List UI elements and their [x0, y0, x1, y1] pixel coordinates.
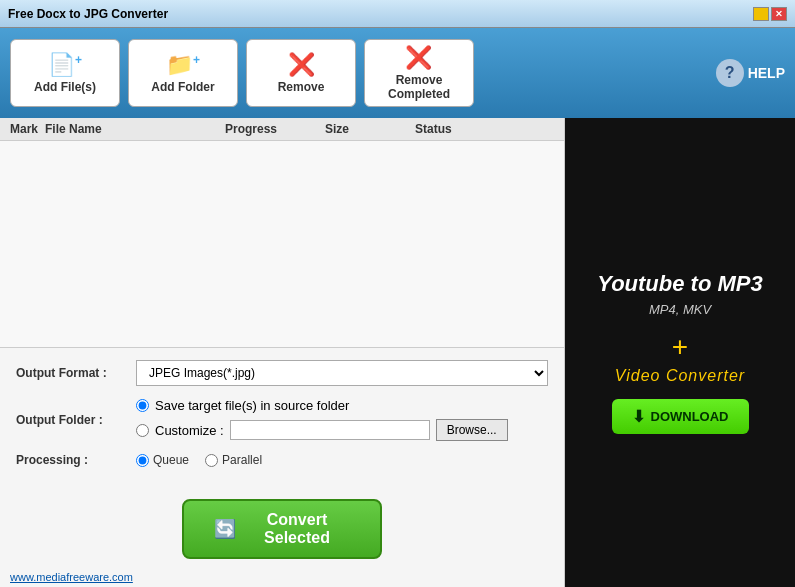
help-button[interactable]: ? HELP [716, 59, 785, 87]
app-title: Free Docx to JPG Converter [8, 7, 168, 21]
customize-label: Customize : [155, 423, 224, 438]
col-progress-header: Progress [225, 122, 325, 136]
save-in-source-label: Save target file(s) in source folder [155, 398, 349, 413]
customize-input[interactable] [230, 420, 430, 440]
ad-panel: Youtube to MP3 MP4, MKV + Video Converte… [565, 118, 795, 587]
queue-label: Queue [153, 453, 189, 467]
parallel-group: Parallel [205, 453, 262, 467]
customize-radio[interactable] [136, 424, 149, 437]
processing-row: Processing : Queue Parallel [16, 453, 548, 467]
close-button[interactable]: ✕ [771, 7, 787, 21]
window-controls: ✕ [753, 7, 787, 21]
output-folder-row: Output Folder : Save target file(s) in s… [16, 398, 548, 441]
title-bar: Free Docx to JPG Converter ✕ [0, 0, 795, 28]
settings-panel: Output Format : JPEG Images(*.jpg) Outpu… [0, 348, 564, 587]
remove-completed-icon: ❌ [405, 45, 432, 71]
file-list-body [0, 141, 564, 348]
col-size-header: Size [325, 122, 415, 136]
toolbar: 📄+ Add File(s) 📁+ Add Folder ❌ Remove ❌ … [0, 28, 795, 118]
ad-title: Youtube to MP3 [597, 271, 762, 297]
remove-button[interactable]: ❌ Remove [246, 39, 356, 107]
file-list-header: Mark File Name Progress Size Status [0, 118, 564, 141]
browse-button[interactable]: Browse... [436, 419, 508, 441]
minimize-button[interactable] [753, 7, 769, 21]
remove-completed-label: RemoveCompleted [388, 73, 450, 102]
download-label: DOWNLOAD [651, 409, 729, 424]
convert-area: 🔄 Convert Selected [0, 491, 564, 567]
queue-radio[interactable] [136, 454, 149, 467]
col-name-header: File Name [45, 122, 225, 136]
output-format-label: Output Format : [16, 366, 136, 380]
convert-button[interactable]: 🔄 Convert Selected [182, 499, 382, 559]
help-icon: ? [716, 59, 744, 87]
website-link[interactable]: www.mediafreeware.com [0, 567, 564, 587]
save-in-source-row: Save target file(s) in source folder [136, 398, 508, 413]
add-files-label: Add File(s) [34, 80, 96, 94]
output-folder-options: Save target file(s) in source folder Cus… [136, 398, 508, 441]
queue-group: Queue [136, 453, 189, 467]
left-panel: Mark File Name Progress Size Status Outp… [0, 118, 565, 587]
ad-subtitle: MP4, MKV [649, 302, 711, 317]
add-folder-button[interactable]: 📁+ Add Folder [128, 39, 238, 107]
processing-label: Processing : [16, 453, 136, 467]
output-format-row: Output Format : JPEG Images(*.jpg) [16, 360, 548, 386]
add-folder-icon: 📁+ [166, 52, 200, 78]
parallel-radio[interactable] [205, 454, 218, 467]
output-folder-label: Output Folder : [16, 413, 136, 427]
help-label: HELP [748, 65, 785, 81]
add-files-icon: 📄+ [48, 52, 82, 78]
download-icon: ⬇ [632, 407, 645, 426]
processing-options: Queue Parallel [136, 453, 262, 467]
add-folder-label: Add Folder [151, 80, 214, 94]
col-status-header: Status [415, 122, 564, 136]
parallel-label: Parallel [222, 453, 262, 467]
remove-label: Remove [278, 80, 325, 94]
col-mark-header: Mark [0, 122, 45, 136]
main-area: Mark File Name Progress Size Status Outp… [0, 118, 795, 587]
convert-icon: 🔄 [214, 518, 236, 540]
customize-row: Customize : Browse... [136, 419, 508, 441]
download-button[interactable]: ⬇ DOWNLOAD [612, 399, 749, 434]
add-files-button[interactable]: 📄+ Add File(s) [10, 39, 120, 107]
remove-completed-button[interactable]: ❌ RemoveCompleted [364, 39, 474, 107]
save-in-source-radio[interactable] [136, 399, 149, 412]
ad-video-converter: Video Converter [615, 367, 745, 385]
convert-label: Convert Selected [244, 511, 350, 547]
remove-icon: ❌ [288, 52, 315, 78]
ad-plus: + [672, 331, 688, 363]
output-format-select[interactable]: JPEG Images(*.jpg) [136, 360, 548, 386]
settings-area: Output Format : JPEG Images(*.jpg) Outpu… [0, 348, 564, 491]
